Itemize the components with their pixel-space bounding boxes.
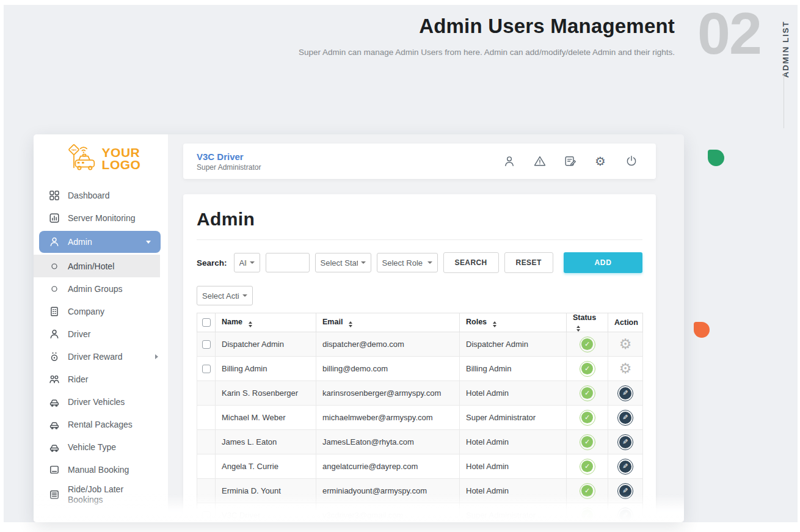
- sidebar-item-driver[interactable]: Driver: [34, 322, 168, 345]
- column-header-status[interactable]: Status: [567, 313, 608, 332]
- status-active-icon: ✓: [580, 434, 595, 450]
- status-filter-select[interactable]: Select Status: [315, 253, 371, 272]
- sidebar-item-driver-vehicles[interactable]: Driver Vehicles: [34, 390, 168, 413]
- admin-table: Name Email Roles Status Action Dispatche…: [197, 313, 643, 522]
- sidebar-item-company[interactable]: Company: [34, 300, 168, 322]
- list-icon: [49, 489, 60, 500]
- cell-role: Super Administrator: [460, 406, 567, 430]
- logo: TAXI YOUR LOGO: [34, 134, 168, 180]
- sidebar-menu: DashboardServer MonitoringAdminAdmin/Hot…: [34, 184, 168, 509]
- sidebar-item-ride-job-later-bookings[interactable]: Ride/Job Later Bookings: [34, 481, 168, 509]
- add-button[interactable]: ADD: [564, 252, 642, 273]
- cell-role: Super Administrator: [460, 503, 567, 523]
- power-icon[interactable]: [625, 155, 638, 167]
- radio-icon: [50, 262, 59, 271]
- alert-icon[interactable]: [534, 155, 546, 167]
- sidebar-item-rental-packages[interactable]: Rental Packages: [34, 413, 168, 435]
- sidebar-item-dashboard[interactable]: Dashboard: [34, 184, 168, 206]
- table-row: Karin S. Rosenbergerkarinsrosenberger@ar…: [197, 381, 643, 406]
- sidebar-item-server-monitoring[interactable]: Server Monitoring: [34, 206, 168, 229]
- sort-icon: [349, 321, 352, 327]
- sidebar-item-admin[interactable]: Admin: [39, 231, 161, 253]
- column-header-name[interactable]: Name: [216, 313, 316, 332]
- cell-name: Erminia D. Yount: [216, 479, 316, 503]
- sort-icon: [576, 326, 580, 332]
- content-area: V3C Driver Super Administrator ⚙ Admin S…: [168, 134, 684, 522]
- status-active-icon: ✓: [580, 385, 595, 401]
- status-active-icon: ✓: [580, 337, 595, 352]
- bulk-action-row: Select Action: [197, 286, 642, 305]
- sidebar-item-driver-reward[interactable]: Driver Reward: [34, 345, 168, 368]
- edit-icon[interactable]: ✎: [617, 508, 633, 523]
- row-checkbox[interactable]: [202, 511, 211, 520]
- edit-icon[interactable]: ✎: [617, 434, 633, 450]
- app-window: TAXI YOUR LOGO Dashboard: [34, 134, 684, 522]
- cell-name: Karin S. Rosenberger: [216, 381, 316, 406]
- radio-icon: [50, 285, 59, 293]
- cell-role: Dispatcher Admin: [460, 332, 567, 357]
- search-label: Search:: [197, 258, 227, 268]
- taxi-logo-icon: TAXI: [66, 144, 98, 174]
- cell-name: Dispatcher Admin: [216, 332, 316, 357]
- table-row: Billing Adminbilling@demo.comBilling Adm…: [197, 357, 643, 381]
- bulk-action-select[interactable]: Select Action: [197, 286, 253, 305]
- status-active-icon: ✓: [580, 508, 595, 523]
- table-row: James L. EatonJamesLEaton@rhyta.comHotel…: [197, 430, 643, 454]
- cell-role: Hotel Admin: [460, 479, 567, 503]
- edit-icon[interactable]: ✎: [617, 483, 633, 499]
- cell-email: angelatcurrie@dayrep.com: [316, 454, 460, 479]
- booking-icon: [49, 464, 60, 475]
- cell-role: Hotel Admin: [460, 454, 567, 479]
- user-role: Super Administrator: [197, 163, 261, 172]
- edit-icon[interactable]: ✎: [617, 410, 633, 426]
- logo-text: YOUR LOGO: [102, 147, 141, 170]
- reset-button[interactable]: RESET: [504, 252, 553, 273]
- admin-panel: Admin Search: All Select Status Select R…: [183, 194, 656, 522]
- cell-email: JamesLEaton@rhyta.com: [316, 430, 460, 454]
- cell-email: erminiadyount@armyspy.com: [316, 479, 460, 503]
- chevron-down-icon: [427, 261, 432, 264]
- gear-icon[interactable]: ⚙: [619, 362, 632, 376]
- table-header-row: Name Email Roles Status Action: [197, 313, 643, 332]
- car-icon: [49, 419, 60, 430]
- admin-icon: [49, 236, 60, 247]
- search-button[interactable]: SEARCH: [443, 252, 499, 273]
- cell-name: Michael M. Weber: [216, 406, 316, 430]
- driver-icon: [49, 329, 60, 340]
- sidebar-item-vehicle-type[interactable]: Vehicle Type: [34, 435, 168, 458]
- decor-drop-orange: [694, 322, 710, 338]
- sidebar-item-rider[interactable]: Rider: [34, 368, 168, 390]
- form-icon[interactable]: [564, 155, 576, 167]
- edit-icon[interactable]: ✎: [617, 385, 633, 401]
- status-active-icon: ✓: [580, 361, 595, 377]
- reward-icon: [49, 351, 60, 362]
- row-checkbox[interactable]: [202, 340, 211, 349]
- column-header-email[interactable]: Email: [316, 313, 460, 332]
- cell-email: michaelmweber@armyspy.com: [316, 406, 460, 430]
- page-subtitle: Super Admin can manage Admin Users from …: [299, 48, 675, 57]
- sidebar-item-admin-groups[interactable]: Admin Groups: [34, 277, 168, 300]
- row-checkbox[interactable]: [202, 365, 211, 373]
- user-icon[interactable]: [503, 155, 515, 167]
- search-input[interactable]: [266, 253, 310, 272]
- gear-icon[interactable]: ⚙: [619, 337, 632, 351]
- edit-icon[interactable]: ✎: [617, 459, 633, 475]
- role-filter-select[interactable]: Select Role: [377, 253, 438, 272]
- cell-role: Hotel Admin: [460, 430, 567, 454]
- column-header-roles[interactable]: Roles: [460, 313, 567, 332]
- cell-name: Angela T. Currie: [216, 454, 316, 479]
- cell-name: James L. Eaton: [216, 430, 316, 454]
- search-toolbar: Search: All Select Status Select Role SE…: [197, 252, 642, 273]
- topbar-identity: V3C Driver Super Administrator: [197, 151, 261, 172]
- sidebar-item-admin-hotel[interactable]: Admin/Hotel: [34, 255, 160, 277]
- side-label: ADMIN LIST: [781, 21, 790, 78]
- cell-role: Hotel Admin: [460, 381, 567, 406]
- sidebar-item-manual-booking[interactable]: Manual Booking: [34, 458, 168, 481]
- search-field-select[interactable]: All: [234, 253, 260, 272]
- select-all-checkbox[interactable]: [202, 318, 211, 327]
- side-divider: [784, 73, 784, 128]
- page-number: 02: [697, 4, 761, 63]
- cell-email: dispatcher@demo.com: [316, 332, 460, 357]
- settings-icon[interactable]: ⚙: [595, 155, 607, 167]
- admin-table-body: Dispatcher Admindispatcher@demo.comDispa…: [197, 332, 643, 523]
